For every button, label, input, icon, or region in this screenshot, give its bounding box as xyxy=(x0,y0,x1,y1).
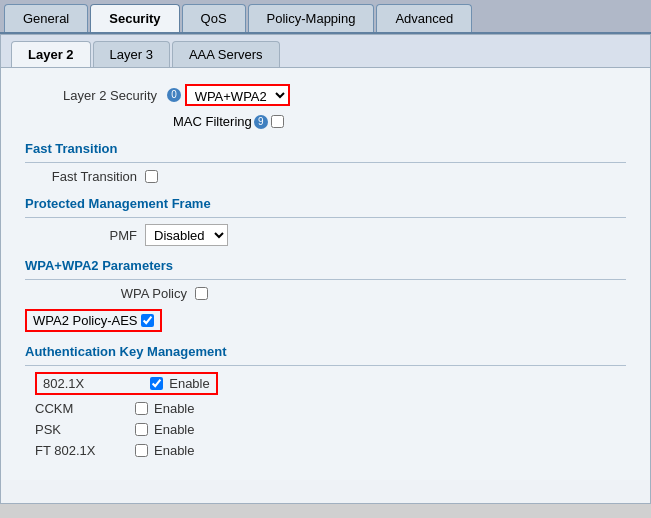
tab-advanced[interactable]: Advanced xyxy=(376,4,472,32)
auth-8021x-enable-label: Enable xyxy=(169,376,209,391)
layer2-security-dropdown[interactable]: WPA+WPA2 None WPA WPA2 Static WEP xyxy=(185,84,290,106)
wpa-policy-label: WPA Policy xyxy=(25,286,195,301)
wpa2-policy-row: WPA2 Policy-AES xyxy=(25,309,626,332)
auth-ft8021x-checkbox[interactable] xyxy=(135,444,148,457)
tab-layer3[interactable]: Layer 3 xyxy=(93,41,170,67)
mac-filtering-row: MAC Filtering 9 xyxy=(25,114,626,129)
tab-security[interactable]: Security xyxy=(90,4,179,32)
auth-8021x-redbox: 802.1X Enable xyxy=(35,372,218,395)
mac-filtering-label: MAC Filtering xyxy=(173,114,252,129)
mac-filtering-help-icon[interactable]: 9 xyxy=(254,115,268,129)
fast-transition-divider xyxy=(25,162,626,163)
pmf-dropdown[interactable]: Disabled Optional Required xyxy=(145,224,228,246)
wpa2-policy-redbox: WPA2 Policy-AES xyxy=(25,309,162,332)
auth-8021x-label: 802.1X xyxy=(43,376,143,391)
auth-psk-enable-label: Enable xyxy=(154,422,194,437)
auth-8021x-checkbox[interactable] xyxy=(150,377,163,390)
layer2-security-label: Layer 2 Security xyxy=(25,88,165,103)
auth-cckm-label: CCKM xyxy=(35,401,135,416)
auth-row-ft8021x: FT 802.1X Enable xyxy=(25,443,626,458)
tab-general[interactable]: General xyxy=(4,4,88,32)
wpa-params-section-title: WPA+WPA2 Parameters xyxy=(25,258,626,273)
tab-aaa-servers[interactable]: AAA Servers xyxy=(172,41,280,67)
auth-psk-checkbox[interactable] xyxy=(135,423,148,436)
pmf-divider xyxy=(25,217,626,218)
top-tab-bar: General Security QoS Policy-Mapping Adva… xyxy=(0,0,651,34)
auth-key-mgmt-section-title: Authentication Key Management xyxy=(25,344,626,359)
tab-policy-mapping[interactable]: Policy-Mapping xyxy=(248,4,375,32)
pmf-row: PMF Disabled Optional Required xyxy=(25,224,626,246)
fast-transition-checkbox[interactable] xyxy=(145,170,158,183)
form-area: Layer 2 Security 0 WPA+WPA2 None WPA WPA… xyxy=(1,68,650,480)
mac-filtering-checkbox[interactable] xyxy=(271,115,284,128)
sub-tab-bar: Layer 2 Layer 3 AAA Servers xyxy=(1,35,650,68)
auth-cckm-enable-label: Enable xyxy=(154,401,194,416)
fast-transition-label: Fast Transition xyxy=(25,169,145,184)
auth-ft8021x-label: FT 802.1X xyxy=(35,443,135,458)
fast-transition-section-title: Fast Transition xyxy=(25,141,626,156)
tab-qos[interactable]: QoS xyxy=(182,4,246,32)
pmf-section-title: Protected Management Frame xyxy=(25,196,626,211)
wpa2-policy-checkbox[interactable] xyxy=(141,314,154,327)
pmf-label: PMF xyxy=(25,228,145,243)
auth-psk-label: PSK xyxy=(35,422,135,437)
wpa-policy-checkbox[interactable] xyxy=(195,287,208,300)
auth-row-cckm: CCKM Enable xyxy=(25,401,626,416)
wpa-policy-row: WPA Policy xyxy=(25,286,626,301)
layer2-security-help-icon[interactable]: 0 xyxy=(167,88,181,102)
auth-row-8021x: 802.1X Enable xyxy=(25,372,626,395)
auth-row-psk: PSK Enable xyxy=(25,422,626,437)
layer2-security-row: Layer 2 Security 0 WPA+WPA2 None WPA WPA… xyxy=(25,84,626,106)
auth-cckm-checkbox[interactable] xyxy=(135,402,148,415)
tab-layer2[interactable]: Layer 2 xyxy=(11,41,91,67)
auth-ft8021x-enable-label: Enable xyxy=(154,443,194,458)
fast-transition-row: Fast Transition xyxy=(25,169,626,184)
auth-key-mgmt-divider xyxy=(25,365,626,366)
main-content: Layer 2 Layer 3 AAA Servers Layer 2 Secu… xyxy=(0,34,651,504)
wpa-params-divider xyxy=(25,279,626,280)
wpa2-policy-label: WPA2 Policy-AES xyxy=(33,313,138,328)
